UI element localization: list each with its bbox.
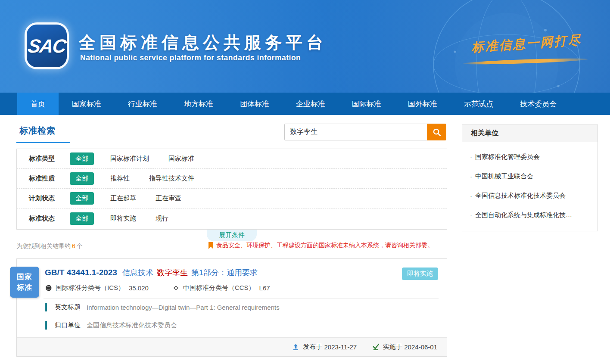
bullet-dot: · [470, 153, 472, 161]
nav-item-international-standards[interactable]: 国际标准 [339, 93, 395, 115]
ccs-value: L67 [259, 284, 270, 292]
filter-row-standard-nature: 标准性质 全部 推荐性 指导性技术文件 [17, 169, 447, 189]
nav-item-national-standards[interactable]: 国家标准 [59, 93, 115, 115]
sidebar-item-label: 全国信息技术标准化技术委员会 [475, 192, 566, 200]
sidebar-item-label: 全国自动化系统与集成标准化技… [475, 211, 572, 219]
site-title: 全国标准信息公共服务平台 [79, 31, 327, 54]
implemented-date: 实施于 2024-06-01 [372, 343, 437, 351]
committee-row: 归口单位 全国信息技术标准化技术委员会 [45, 321, 177, 330]
filter-all-button[interactable]: 全部 [70, 212, 94, 225]
filter-label: 标准性质 [29, 174, 70, 183]
site-subtitle: National public service platform for sta… [80, 53, 301, 62]
card-divider [44, 299, 439, 299]
nav-item-pilot[interactable]: 示范试点 [451, 93, 507, 115]
sidebar-item-automation-systems-committee[interactable]: ·全国自动化系统与集成标准化技… [462, 205, 598, 225]
site-header: SAC 全国标准信息公共服务平台 National public service… [0, 0, 610, 93]
sac-logo[interactable]: SAC [27, 25, 67, 67]
filter-option[interactable]: 指导性技术文件 [149, 174, 194, 183]
bullet-dot: · [470, 192, 472, 199]
title-pre[interactable]: 信息技术 [122, 268, 153, 278]
system-notice: 食品安全、环境保护、工程建设方面的国家标准未纳入本系统，请咨询相关部委。 [209, 242, 433, 249]
filter-all-button[interactable]: 全部 [70, 192, 94, 205]
published-date: 发布于 2023-11-27 [292, 343, 357, 351]
filter-option[interactable]: 国家标准 [168, 155, 194, 163]
filter-option[interactable]: 推荐性 [110, 174, 130, 183]
ics-meta: 国际标准分类号（ICS） 35.020 [45, 284, 149, 292]
summary-count: 6 [72, 243, 75, 249]
search-button[interactable] [427, 124, 446, 140]
filter-option[interactable]: 国家标准计划 [110, 155, 149, 163]
related-units-panel: 相关单位 ·国家标准化管理委员会 ·中国机械工业联合会 ·全国信息技术标准化技术… [462, 124, 598, 231]
search-input[interactable] [284, 124, 427, 140]
info-label: 英文标题 [55, 303, 81, 311]
notice-text: 食品安全、环境保护、工程建设方面的国家标准未纳入本系统，请咨询相关部委。 [216, 242, 433, 249]
sac-logo-text: SAC [27, 35, 67, 57]
related-units-list: ·国家标准化管理委员会 ·中国机械工业联合会 ·全国信息技术标准化技术委员会 ·… [462, 142, 598, 231]
search-box [284, 124, 446, 140]
published-label: 发布于 [303, 343, 322, 351]
implemented-label: 实施于 [383, 343, 402, 351]
card-footer: 发布于 2023-11-27 实施于 2024-06-01 [17, 337, 447, 356]
row-accent-bar [45, 321, 47, 330]
filter-option[interactable]: 正在审查 [156, 194, 181, 202]
nav-item-home[interactable]: 首页 [17, 93, 59, 115]
standard-type-badge: 国家 标准 [10, 267, 39, 298]
sidebar-item-sac[interactable]: ·国家标准化管理委员会 [462, 147, 598, 167]
check-icon [372, 343, 380, 351]
publish-icon [292, 343, 299, 351]
results-summary: 为您找到相关结果约6个 [16, 243, 83, 250]
ics-label: 国际标准分类号（ICS） [56, 284, 124, 292]
published-value: 2023-11-27 [324, 343, 357, 351]
nav-item-local-standards[interactable]: 地方标准 [171, 93, 227, 115]
result-title[interactable]: GB/T 43441.1-2023 信息技术 数字孪生 第1部分：通用要求 [45, 268, 439, 278]
filter-label: 标准类型 [29, 155, 70, 163]
result-card: 国家 标准 GB/T 43441.1-2023 信息技术 数字孪生 第1部分：通… [16, 258, 447, 357]
classification-meta: 国际标准分类号（ICS） 35.020 中国标准分类号（CCS） L67 [45, 284, 294, 292]
nav-item-foreign-standards[interactable]: 国外标准 [395, 93, 451, 115]
filter-all-button[interactable]: 全部 [70, 152, 94, 165]
nav-item-group-standards[interactable]: 团体标准 [227, 93, 283, 115]
expand-conditions-button[interactable]: 展开条件 [207, 230, 257, 241]
filter-option[interactable]: 现行 [156, 215, 168, 223]
implemented-value: 2024-06-01 [404, 343, 437, 351]
sidebar-item-it-standardization-committee[interactable]: ·全国信息技术标准化技术委员会 [462, 186, 598, 205]
badge-line2: 标准 [17, 282, 32, 293]
filter-row-standard-type: 标准类型 全部 国家标准计划 国家标准 [17, 149, 447, 169]
nav-item-technical-committee[interactable]: 技术委员会 [507, 93, 570, 115]
tab-underline [16, 142, 70, 143]
badge-line1: 国家 [17, 271, 32, 282]
sidebar-item-label: 国家标准化管理委员会 [475, 153, 540, 161]
english-title-row: 英文标题 Information technology—Digital twin… [45, 303, 280, 311]
bullet-dot: · [470, 212, 472, 219]
related-units-title: 相关单位 [462, 125, 598, 142]
bullet-dot: · [470, 173, 472, 180]
title-post[interactable]: 第1部分：通用要求 [191, 268, 258, 278]
title-highlight[interactable]: 数字孪生 [157, 268, 188, 278]
compass-icon [172, 284, 180, 292]
main-content: 标准检索 标准类型 全部 国家标准计划 国家标准 标准性质 全部 推荐性 指导性… [0, 115, 610, 364]
sidebar-item-label: 中国机械工业联合会 [475, 172, 533, 180]
nav-item-industry-standards[interactable]: 行业标准 [115, 93, 171, 115]
filter-row-plan-status: 计划状态 全部 正在起草 正在审查 [17, 189, 447, 208]
filter-label: 计划状态 [29, 194, 70, 202]
status-badge: 即将实施 [402, 268, 438, 280]
nav-item-enterprise-standards[interactable]: 企业标准 [283, 93, 339, 115]
search-icon [432, 128, 442, 137]
ccs-meta: 中国标准分类号（CCS） L67 [172, 284, 270, 292]
info-value: 全国信息技术标准化技术委员会 [87, 321, 177, 330]
filter-all-button[interactable]: 全部 [70, 172, 94, 185]
standard-code-link[interactable]: GB/T 43441.1-2023 [45, 268, 117, 277]
tab-standard-search[interactable]: 标准检索 [19, 125, 56, 137]
ccs-label: 中国标准分类号（CCS） [183, 284, 255, 292]
info-value: Information technology—Digital twin—Part… [87, 304, 280, 311]
sidebar-item-machinery-federation[interactable]: ·中国机械工业联合会 [462, 167, 598, 186]
summary-prefix: 为您找到相关结果约 [16, 243, 71, 249]
filter-option[interactable]: 即将实施 [110, 215, 136, 223]
filter-row-standard-status: 标准状态 全部 即将实施 现行 [17, 208, 447, 228]
filter-option[interactable]: 正在起草 [110, 194, 136, 202]
filter-panel: 标准类型 全部 国家标准计划 国家标准 标准性质 全部 推荐性 指导性技术文件 … [16, 149, 447, 230]
info-label: 归口单位 [55, 321, 81, 330]
bookmark-icon [209, 242, 213, 249]
globe-icon [45, 284, 52, 292]
main-nav: 首页 国家标准 行业标准 地方标准 团体标准 企业标准 国际标准 国外标准 示范… [0, 93, 610, 115]
